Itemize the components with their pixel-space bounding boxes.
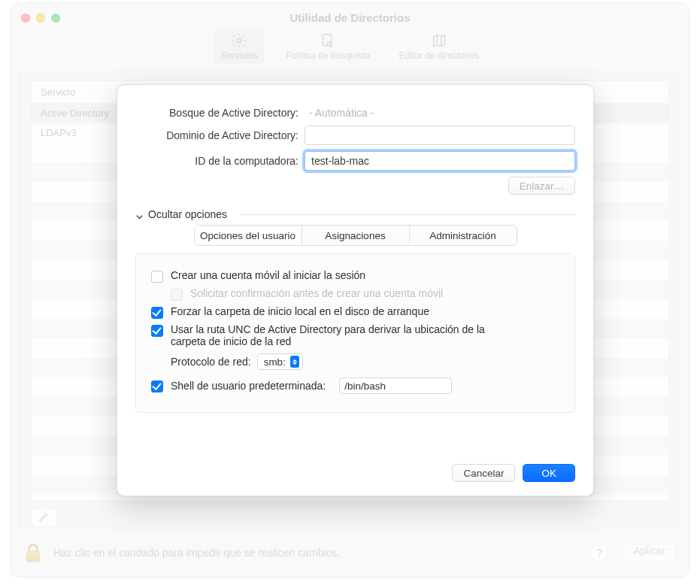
forest-placeholder: - Automática - <box>305 105 378 121</box>
tab-assignments[interactable]: Asignaciones <box>302 226 410 245</box>
window-title: Utilidad de Directorios <box>11 11 689 24</box>
default-shell-input[interactable] <box>339 377 452 394</box>
domain-label: Dominio de Active Directory: <box>135 129 305 141</box>
toolbar-label: Servicios <box>221 50 258 61</box>
lock-hint-text: Haz clic en el candado para impedir que … <box>53 547 581 559</box>
document-search-icon <box>320 32 336 49</box>
svg-point-0 <box>237 38 241 43</box>
checkbox-force-local-home[interactable] <box>151 307 163 319</box>
bind-button[interactable]: Enlazar… <box>508 177 575 195</box>
toolbar-label: Editor de directorios <box>399 50 480 61</box>
toolbar: Servicios Política de búsqueda Editor de… <box>11 28 689 64</box>
ok-button[interactable]: OK <box>523 464 575 482</box>
toolbar-editor[interactable]: Editor de directorios <box>392 28 487 64</box>
tab-user-options[interactable]: Opciones del usuario <box>195 226 302 245</box>
field-domain: Dominio de Active Directory: <box>135 126 575 145</box>
row-network-protocol: Protocolo de red: smb: <box>171 353 559 370</box>
svg-rect-4 <box>27 552 39 555</box>
opt-label: Shell de usuario predeterminada: <box>171 380 326 392</box>
gear-icon <box>231 32 247 49</box>
divider <box>241 214 575 215</box>
edit-service-button[interactable] <box>31 508 56 527</box>
options-tabs: Opciones del usuario Asignaciones Admini… <box>194 225 517 246</box>
field-computer-id: ID de la computadora: <box>135 151 575 171</box>
computer-id-input[interactable] <box>305 151 575 171</box>
user-options-pane: Crear una cuenta móvil al iniciar la ses… <box>135 253 575 413</box>
dialog-footer: Cancelar OK <box>452 464 575 482</box>
cancel-button[interactable]: Cancelar <box>452 464 515 482</box>
protocol-label: Protocolo de red: <box>171 356 251 368</box>
options-disclosure[interactable]: Ocultar opciones <box>135 208 575 220</box>
opt-force-local-home[interactable]: Forzar la carpeta de inicio local en el … <box>151 305 559 319</box>
disclosure-label: Ocultar opciones <box>148 208 227 220</box>
checkbox-confirm-mobile <box>171 289 183 301</box>
opt-label: Usar la ruta UNC de Active Directory par… <box>171 323 517 347</box>
lock-icon[interactable] <box>23 542 44 563</box>
toolbar-servicios[interactable]: Servicios <box>214 28 265 64</box>
stepper-arrows-icon <box>290 356 299 368</box>
apply-button[interactable]: Aplicar <box>622 544 677 562</box>
checkbox-default-shell[interactable] <box>151 380 163 393</box>
chevron-down-icon <box>135 211 144 219</box>
forest-label: Bosque de Active Directory: <box>135 107 305 119</box>
computer-id-label: ID de la computadora: <box>135 155 305 167</box>
map-icon <box>431 32 447 49</box>
opt-label: Solicitar confirmación antes de crear un… <box>190 287 443 299</box>
opt-mobile-account[interactable]: Crear una cuenta móvil al iniciar la ses… <box>151 269 559 283</box>
domain-input[interactable] <box>305 126 575 145</box>
checkbox-mobile-account[interactable] <box>151 271 163 283</box>
tab-administration[interactable]: Administración <box>410 226 517 245</box>
field-forest: Bosque de Active Directory: - Automática… <box>135 106 575 120</box>
opt-label: Forzar la carpeta de inicio local en el … <box>171 305 429 317</box>
checkbox-use-unc[interactable] <box>151 325 163 337</box>
opt-use-unc[interactable]: Usar la ruta UNC de Active Directory par… <box>151 323 559 347</box>
toolbar-label: Política de búsqueda <box>286 50 370 61</box>
opt-confirm-mobile: Solicitar confirmación antes de crear un… <box>171 287 559 301</box>
protocol-value: smb: <box>264 356 286 368</box>
help-button[interactable]: ? <box>590 544 608 562</box>
window-footer: Haz clic en el candado para impedir que … <box>23 538 677 568</box>
toolbar-politica[interactable]: Política de búsqueda <box>278 28 377 64</box>
opt-default-shell[interactable]: Shell de usuario predeterminada: <box>151 377 559 394</box>
active-directory-dialog: Bosque de Active Directory: - Automática… <box>117 84 594 496</box>
protocol-select[interactable]: smb: <box>257 353 303 370</box>
titlebar: Utilidad de Directorios Servicios Políti… <box>11 4 689 70</box>
opt-label: Crear una cuenta móvil al iniciar la ses… <box>171 269 365 281</box>
